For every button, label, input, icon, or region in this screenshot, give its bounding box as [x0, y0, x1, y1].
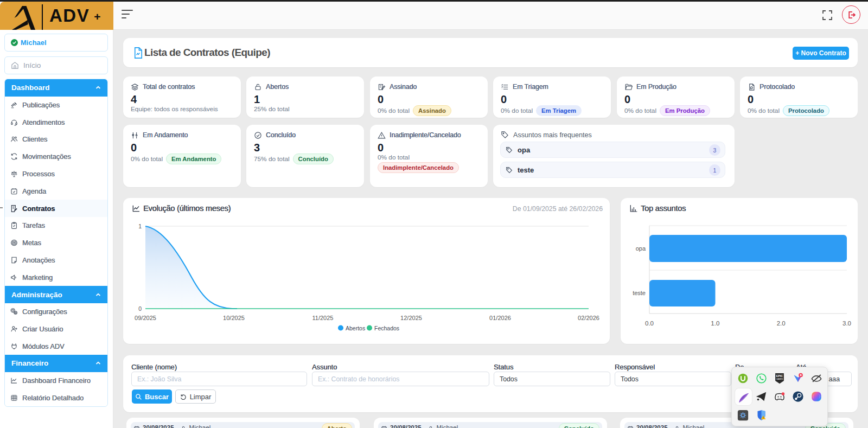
svg-text:EPIC: EPIC [776, 374, 783, 377]
svg-text:opa: opa [636, 245, 646, 252]
svg-text:02/2026: 02/2026 [578, 315, 599, 321]
svg-text:1.0: 1.0 [711, 320, 719, 327]
svg-text:0.0: 0.0 [645, 320, 654, 327]
svg-text:10/2025: 10/2025 [223, 315, 245, 321]
svg-text:01/2026: 01/2026 [489, 315, 511, 321]
svg-text:09/2025: 09/2025 [135, 315, 156, 321]
svg-text:1: 1 [138, 223, 142, 229]
svg-text:3.0: 3.0 [843, 320, 851, 327]
svg-text:Abertos: Abertos [346, 325, 365, 331]
svg-text:12/2025: 12/2025 [400, 315, 422, 321]
svg-text:GAMES: GAMES [776, 378, 783, 380]
svg-text:teste: teste [633, 290, 646, 296]
svg-text:Fechados: Fechados [374, 325, 399, 331]
svg-text:11/2025: 11/2025 [312, 315, 334, 321]
svg-text:0: 0 [138, 305, 142, 312]
svg-text:2.0: 2.0 [777, 320, 786, 327]
